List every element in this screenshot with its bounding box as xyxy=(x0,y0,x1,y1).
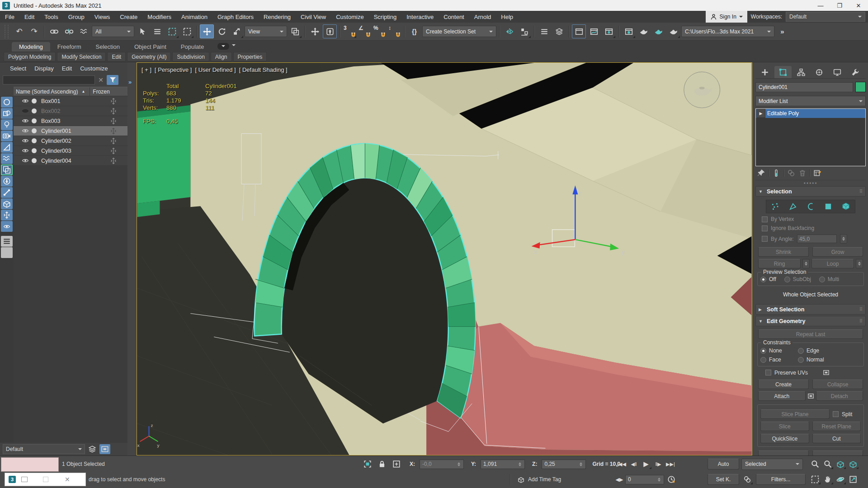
rollout-soft-selection-header[interactable]: ▶Soft Selection⠿ xyxy=(755,304,866,314)
filter-space-warps-icon[interactable] xyxy=(1,153,13,164)
selection-dot-icon[interactable] xyxy=(32,148,37,153)
select-object-icon[interactable] xyxy=(135,24,149,38)
ribbon-tab-populate[interactable]: Populate xyxy=(174,42,211,52)
menu-civil-view[interactable]: Civil View xyxy=(296,11,331,23)
maximize-button[interactable]: ❐ xyxy=(830,0,849,11)
project-folder-dropdown[interactable]: C:\Users\Flo...3ds Max 2021 xyxy=(681,26,774,37)
x-coordinate-field[interactable]: -0,0 xyxy=(420,460,464,469)
schematic-view-icon[interactable] xyxy=(602,24,616,38)
tab-display-icon[interactable] xyxy=(829,66,846,78)
tab-create-icon[interactable] xyxy=(756,66,774,78)
menu-rendering[interactable]: Rendering xyxy=(259,11,296,23)
render-production-icon[interactable] xyxy=(666,24,680,38)
close-popup-icon[interactable]: ✕ xyxy=(65,476,70,483)
maximize-viewport-toggle-icon[interactable] xyxy=(847,474,859,485)
modifier-list-dropdown[interactable]: Modifier List xyxy=(755,96,866,106)
use-pivot-point-center-icon[interactable] xyxy=(288,24,302,38)
ribbon-options-caret-icon[interactable] xyxy=(232,44,236,48)
menu-graph-editors[interactable]: Graph Editors xyxy=(212,11,259,23)
shrink-button[interactable]: Shrink xyxy=(758,247,809,257)
list-item-cylinder004[interactable]: Cylinder004 xyxy=(14,156,127,166)
ribbon-tab-selection[interactable]: Selection xyxy=(89,42,127,52)
maxscript-listener-popup[interactable]: 3 ✕ xyxy=(5,473,86,486)
explorer-menu-display[interactable]: Display xyxy=(31,65,57,72)
quickslice-button[interactable]: QuickSlice xyxy=(760,434,809,443)
object-color-swatch[interactable] xyxy=(855,82,866,92)
constraint-none-radio[interactable] xyxy=(760,348,766,354)
selection-lock-icon[interactable] xyxy=(376,459,388,469)
element-mode-icon[interactable] xyxy=(842,202,850,211)
selection-dot-icon[interactable] xyxy=(32,138,37,143)
go-to-end-button[interactable]: ▶▶| xyxy=(665,459,676,469)
menu-arnold[interactable]: Arnold xyxy=(469,11,496,23)
named-selection-set-dropdown[interactable]: Create Selection Set xyxy=(422,26,496,37)
time-configuration-icon[interactable] xyxy=(665,474,677,485)
menu-views[interactable]: Views xyxy=(90,11,115,23)
absolute-offset-mode-icon[interactable] xyxy=(391,459,402,469)
clear-search-icon[interactable]: ✕ xyxy=(97,76,105,84)
previous-frame-button[interactable]: ◀‖ xyxy=(628,459,640,469)
filter-containers-icon[interactable] xyxy=(1,198,13,209)
selection-dot-icon[interactable] xyxy=(32,108,37,113)
menu-group[interactable]: Group xyxy=(63,11,90,23)
close-button[interactable]: ✕ xyxy=(849,0,868,11)
unlink-selection-icon[interactable] xyxy=(62,24,76,38)
material-editor-icon[interactable] xyxy=(622,24,636,38)
select-and-move-tool[interactable] xyxy=(200,24,214,38)
preview-off-radio[interactable] xyxy=(760,277,766,282)
edge-mode-icon[interactable] xyxy=(789,202,797,211)
rectangular-selection-region-icon[interactable] xyxy=(165,24,179,38)
add-time-tag[interactable]: Add Time Tag xyxy=(528,476,561,483)
rollout-edit-geometry-header[interactable]: ▼Edit Geometry⠿ xyxy=(755,316,866,326)
slice-button[interactable]: Slice xyxy=(760,422,809,431)
menu-create[interactable]: Create xyxy=(115,11,142,23)
frozen-toggle-icon[interactable] xyxy=(110,157,117,164)
menu-modifiers[interactable]: Modifiers xyxy=(142,11,176,23)
by-angle-spinner[interactable] xyxy=(840,234,847,244)
panel-modify-selection[interactable]: Modify Selection xyxy=(57,52,106,61)
explorer-column-headers[interactable]: Name (Sorted Ascending) ▲ Frozen xyxy=(14,87,127,96)
attach-button[interactable]: Attach xyxy=(758,391,806,401)
filter-groups-icon[interactable] xyxy=(1,164,13,175)
render-setup-icon[interactable] xyxy=(637,24,651,38)
rendered-frame-window-icon[interactable] xyxy=(651,24,665,38)
search-input[interactable] xyxy=(3,75,95,84)
sign-in-button[interactable]: Sign In xyxy=(706,11,747,23)
border-mode-icon[interactable] xyxy=(807,202,815,211)
selection-dot-icon[interactable] xyxy=(32,128,37,133)
snap-toggle-3d-icon[interactable]: 3 xyxy=(343,24,357,38)
frozen-toggle-icon[interactable] xyxy=(110,147,117,155)
select-and-manipulate-icon[interactable] xyxy=(308,24,322,38)
preserve-uvs-checkbox[interactable] xyxy=(765,370,771,375)
by-angle-value[interactable]: 45,0 xyxy=(797,235,837,243)
select-by-name-icon[interactable] xyxy=(150,24,164,38)
select-and-rotate-tool[interactable] xyxy=(215,24,229,38)
frozen-column-header[interactable]: Frozen xyxy=(90,89,109,95)
pan-view-icon[interactable] xyxy=(822,474,834,485)
filter-frozen-icon[interactable] xyxy=(1,210,13,221)
filter-hidden-icon[interactable] xyxy=(1,221,13,232)
visibility-eye-icon[interactable] xyxy=(22,118,29,123)
make-unique-icon[interactable] xyxy=(787,169,795,177)
key-filters-icon[interactable] xyxy=(741,474,753,485)
zoom-extents-icon[interactable] xyxy=(835,459,846,469)
ignore-backfacing-checkbox[interactable] xyxy=(762,225,768,231)
visibility-eye-icon[interactable] xyxy=(22,158,29,163)
menu-scripting[interactable]: Scripting xyxy=(369,11,402,23)
menu-interactive[interactable]: Interactive xyxy=(401,11,439,23)
isolate-selection-icon[interactable] xyxy=(362,459,373,469)
mirror-icon[interactable] xyxy=(502,24,516,38)
remove-modifier-icon[interactable] xyxy=(798,169,807,177)
split-checkbox[interactable] xyxy=(833,411,839,417)
repeat-last-button[interactable]: Repeat Last xyxy=(758,329,863,339)
select-and-link-icon[interactable] xyxy=(47,24,61,38)
pin-stack-icon[interactable] xyxy=(757,169,765,177)
object-name-field[interactable]: Cylinder001 xyxy=(755,82,853,92)
configure-modifier-sets-icon[interactable] xyxy=(813,169,821,177)
viewport-menu-general[interactable]: [ + ] xyxy=(142,66,151,73)
loop-button[interactable]: Loop xyxy=(811,259,854,268)
play-button[interactable]: ▶ xyxy=(640,459,652,469)
x-spinner[interactable] xyxy=(457,460,461,468)
frozen-toggle-icon[interactable] xyxy=(110,108,117,115)
name-column-header[interactable]: Name (Sorted Ascending) xyxy=(14,89,78,95)
